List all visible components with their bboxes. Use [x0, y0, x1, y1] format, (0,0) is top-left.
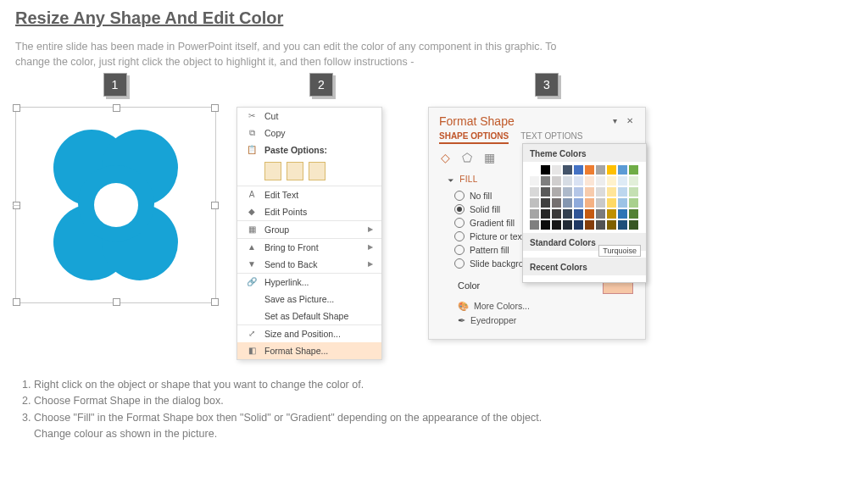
menu-group[interactable]: ▦Group▶ — [237, 220, 381, 238]
menu-edit-points[interactable]: ◆Edit Points — [237, 203, 381, 220]
tab-text-options[interactable]: TEXT OPTIONS — [520, 131, 582, 144]
color-swatch[interactable] — [574, 209, 583, 219]
color-swatch[interactable] — [585, 176, 594, 186]
menu-paste-header: 📋Paste Options: — [237, 141, 381, 158]
color-swatch[interactable] — [530, 165, 539, 175]
format-shape-pane: Format Shape ▾ ✕ SHAPE OPTIONS TEXT OPTI… — [428, 107, 646, 340]
color-swatch[interactable] — [563, 187, 572, 197]
more-colors[interactable]: 🎨More Colors... — [458, 299, 633, 313]
color-swatch[interactable] — [552, 176, 561, 186]
color-swatch[interactable] — [574, 176, 583, 186]
color-swatch[interactable] — [563, 176, 572, 186]
pane-close-icon[interactable]: ▾ ✕ — [613, 116, 637, 125]
color-swatch[interactable] — [618, 220, 627, 230]
color-swatch[interactable] — [552, 220, 561, 230]
color-swatch[interactable] — [629, 176, 638, 186]
color-swatch[interactable] — [530, 198, 539, 208]
color-swatch[interactable] — [585, 187, 594, 197]
color-swatch[interactable] — [541, 198, 550, 208]
effects-icon[interactable]: ⬠ — [462, 151, 472, 164]
fill-line-icon[interactable]: ◇ — [441, 151, 450, 164]
color-swatch[interactable] — [629, 198, 638, 208]
color-swatch[interactable] — [552, 165, 561, 175]
color-swatch[interactable] — [629, 209, 638, 219]
step-3-continued: Change colour as shown in the picture. — [34, 426, 853, 442]
color-swatch[interactable] — [530, 220, 539, 230]
color-swatch[interactable] — [541, 176, 550, 186]
color-swatch[interactable] — [607, 209, 616, 219]
color-swatch[interactable] — [618, 209, 627, 219]
color-swatch[interactable] — [541, 209, 550, 219]
color-swatch[interactable] — [541, 165, 550, 175]
color-swatch[interactable] — [618, 187, 627, 197]
menu-send-back[interactable]: ▼Send to Back▶ — [237, 256, 381, 273]
tab-shape-options[interactable]: SHAPE OPTIONS — [439, 131, 509, 144]
color-swatch[interactable] — [574, 198, 583, 208]
color-swatch[interactable] — [618, 176, 627, 186]
color-swatch[interactable] — [585, 220, 594, 230]
size-props-icon[interactable]: ▦ — [484, 151, 495, 164]
color-swatch[interactable] — [563, 165, 572, 175]
step-badge-1: 1 — [103, 73, 127, 97]
menu-hyperlink[interactable]: 🔗Hyperlink... — [237, 273, 381, 291]
color-swatch[interactable] — [574, 220, 583, 230]
color-swatch[interactable] — [618, 165, 627, 175]
hyperlink-icon: 🔗 — [246, 276, 258, 288]
color-swatch[interactable] — [574, 187, 583, 197]
color-swatch[interactable] — [596, 176, 605, 186]
color-swatch[interactable] — [541, 187, 550, 197]
menu-bring-front[interactable]: ▲Bring to Front▶ — [237, 238, 381, 256]
menu-cut[interactable]: ✂Cut — [237, 108, 381, 125]
color-swatch[interactable] — [585, 198, 594, 208]
color-swatch[interactable] — [596, 220, 605, 230]
color-swatch[interactable] — [530, 209, 539, 219]
menu-size-position[interactable]: ⤢Size and Position... — [237, 324, 381, 342]
color-swatch[interactable] — [563, 220, 572, 230]
panel-shape: 1 — [15, 73, 214, 303]
color-swatch[interactable] — [607, 220, 616, 230]
color-swatch[interactable] — [552, 187, 561, 197]
color-swatch[interactable] — [629, 187, 638, 197]
color-swatch[interactable] — [607, 165, 616, 175]
color-swatch[interactable] — [552, 209, 561, 219]
color-swatch[interactable] — [607, 187, 616, 197]
page-title: Resize Any Shape And Edit Color — [15, 8, 853, 28]
selected-shape[interactable] — [15, 107, 216, 303]
color-swatch[interactable] — [574, 165, 583, 175]
color-swatch[interactable] — [585, 165, 594, 175]
edit-text-icon: A — [246, 189, 258, 201]
paste-options[interactable] — [237, 158, 381, 186]
color-swatch[interactable] — [629, 220, 638, 230]
palette-icon: 🎨 — [458, 301, 469, 312]
color-swatch[interactable] — [596, 209, 605, 219]
context-menu: ✂Cut ⧉Copy 📋Paste Options: AEdit Text ◆E… — [236, 107, 382, 360]
copy-icon: ⧉ — [246, 127, 258, 139]
color-swatch[interactable] — [552, 198, 561, 208]
recent-color-row[interactable] — [523, 275, 646, 282]
color-swatch[interactable] — [541, 220, 550, 230]
theme-color-grid[interactable] — [523, 162, 646, 233]
color-swatch[interactable] — [596, 165, 605, 175]
color-swatch[interactable] — [530, 187, 539, 197]
menu-format-shape[interactable]: ◧Format Shape... — [237, 342, 381, 359]
panel-context-menu: 2 ✂Cut ⧉Copy 📋Paste Options: AEdit Text … — [236, 73, 406, 360]
menu-edit-text[interactable]: AEdit Text — [237, 186, 381, 203]
color-swatch[interactable] — [596, 187, 605, 197]
color-swatch[interactable] — [607, 176, 616, 186]
color-swatch[interactable] — [530, 176, 539, 186]
step-badge-2: 2 — [309, 73, 333, 97]
color-swatch[interactable] — [618, 198, 627, 208]
eyedropper[interactable]: ✒Eyedropper — [458, 313, 633, 327]
menu-copy[interactable]: ⧉Copy — [237, 125, 381, 141]
paste-icon: 📋 — [246, 144, 258, 156]
color-swatch[interactable] — [563, 198, 572, 208]
color-swatch[interactable] — [629, 165, 638, 175]
color-swatch[interactable] — [596, 198, 605, 208]
color-swatch[interactable] — [585, 209, 594, 219]
color-swatch[interactable] — [563, 209, 572, 219]
menu-set-default[interactable]: Set as Default Shape — [237, 308, 381, 324]
color-label: Color — [458, 280, 480, 291]
menu-save-picture[interactable]: Save as Picture... — [237, 291, 381, 308]
group-icon: ▦ — [246, 224, 258, 236]
color-swatch[interactable] — [607, 198, 616, 208]
